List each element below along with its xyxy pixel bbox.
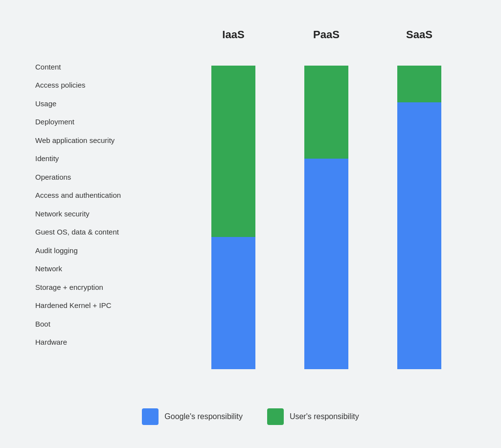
row-label-web-app-security: Web application security bbox=[35, 131, 187, 150]
iaas-green-segment bbox=[211, 66, 255, 237]
row-label-hardware: Hardware bbox=[35, 333, 187, 352]
saas-green-segment bbox=[397, 66, 441, 102]
google-swatch bbox=[142, 408, 159, 425]
row-label-access-policies: Access policies bbox=[35, 76, 187, 94]
row-label-boot: Boot bbox=[35, 315, 187, 333]
row-label-identity: Identity bbox=[35, 149, 187, 168]
bar-iaas bbox=[211, 46, 255, 369]
chart-container: Content Access policies Usage Deployment… bbox=[16, 14, 485, 435]
bars-row bbox=[187, 46, 466, 369]
labels-column: Content Access policies Usage Deployment… bbox=[35, 28, 187, 352]
row-label-audit-logging: Audit logging bbox=[35, 241, 187, 260]
bars-section: IaaS PaaS SaaS bbox=[187, 28, 466, 369]
row-label-content: Content bbox=[35, 58, 187, 76]
paas-blue-segment bbox=[304, 159, 348, 369]
row-label-kernel: Hardened Kernel + IPC bbox=[35, 296, 187, 315]
header-paas: PaaS bbox=[304, 28, 348, 41]
bar-paas bbox=[304, 46, 348, 369]
row-label-network: Network bbox=[35, 259, 187, 278]
user-label: User's responsibility bbox=[290, 412, 359, 421]
paas-green-segment bbox=[304, 66, 348, 159]
iaas-blue-segment bbox=[211, 237, 255, 369]
legend-user: User's responsibility bbox=[267, 408, 359, 425]
row-label-usage: Usage bbox=[35, 94, 187, 113]
chart-area: Content Access policies Usage Deployment… bbox=[35, 28, 466, 392]
column-headers: IaaS PaaS SaaS bbox=[187, 28, 466, 41]
user-swatch bbox=[267, 408, 284, 425]
header-iaas: IaaS bbox=[211, 28, 255, 41]
header-saas: SaaS bbox=[397, 28, 441, 41]
legend-google: Google's responsibility bbox=[142, 408, 243, 425]
row-label-guest-os: Guest OS, data & content bbox=[35, 223, 187, 241]
saas-blue-segment bbox=[397, 102, 441, 369]
bar-saas bbox=[397, 46, 441, 369]
row-label-deployment: Deployment bbox=[35, 113, 187, 131]
row-label-network-security: Network security bbox=[35, 205, 187, 223]
legend: Google's responsibility User's responsib… bbox=[35, 403, 466, 425]
row-label-operations: Operations bbox=[35, 168, 187, 187]
row-label-access-auth: Access and authentication bbox=[35, 186, 187, 205]
google-label: Google's responsibility bbox=[164, 412, 243, 421]
row-label-storage: Storage + encryption bbox=[35, 278, 187, 297]
